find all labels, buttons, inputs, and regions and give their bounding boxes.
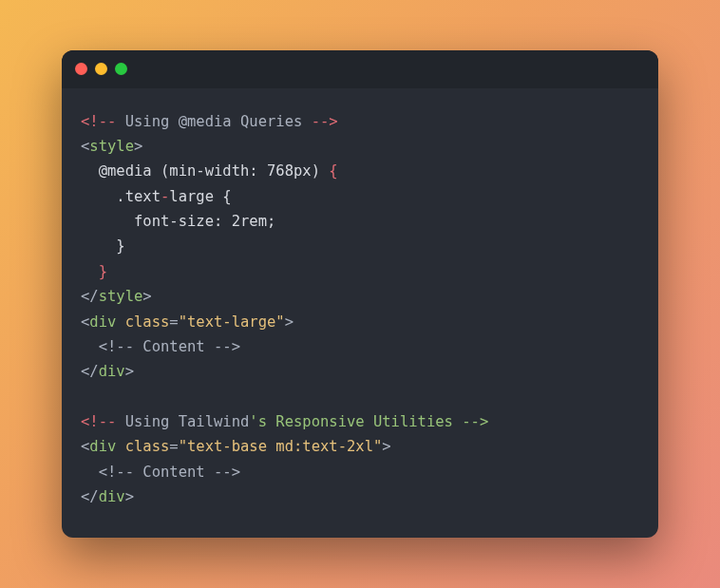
bracket: > [285, 313, 294, 331]
bracket: </ [81, 288, 99, 305]
titlebar [62, 50, 658, 88]
code-line: .text-large { [81, 188, 232, 205]
code-line: <!-- Content --> [81, 338, 240, 355]
code-line: <style> [81, 138, 142, 155]
space [116, 438, 124, 455]
comment-open: <!-- [81, 113, 116, 130]
code-window: <!-- Using @media Queries --> <style> @m… [62, 50, 658, 539]
tag: style [99, 288, 143, 305]
eq: = [169, 438, 178, 455]
attr-value: "text-large" [179, 313, 285, 331]
tag: div [89, 313, 116, 331]
comment-close: --> [312, 113, 338, 130]
css-text: large { [169, 188, 231, 205]
attr-value: "text-base md:text-2xl" [179, 438, 383, 455]
dash: - [161, 188, 169, 205]
comment-close: --> [214, 338, 240, 355]
close-icon[interactable] [75, 63, 87, 75]
bracket: > [142, 288, 151, 305]
minimize-icon[interactable] [95, 63, 107, 75]
tag: style [89, 138, 134, 155]
comment-text: Content [134, 338, 214, 355]
bracket: > [125, 363, 134, 380]
code-line: <div class="text-large"> [81, 313, 294, 331]
code-line: </div> [81, 488, 134, 505]
tag: div [99, 488, 125, 505]
bracket: < [81, 138, 89, 155]
brace: { [329, 162, 337, 180]
bracket: </ [81, 488, 99, 505]
comment-text: Content [134, 464, 214, 481]
bracket: > [382, 438, 390, 455]
comment-close: --> [214, 464, 240, 481]
attr: class [125, 313, 170, 331]
attr: class [125, 438, 170, 455]
bracket: </ [81, 363, 99, 380]
code-line: } [81, 237, 125, 255]
comment-text: 's Responsive Utilities --> [249, 413, 488, 430]
tag: div [99, 363, 125, 380]
css-text: @media (min-width: 768px) [81, 162, 329, 180]
code-line: <!-- Content --> [81, 464, 240, 481]
code-block: <!-- Using @media Queries --> <style> @m… [62, 88, 658, 539]
eq: = [169, 313, 178, 331]
space [116, 313, 124, 331]
code-line: </style> [81, 288, 152, 305]
code-line: <!-- Using @media Queries --> [81, 113, 338, 130]
code-line: <div class="text-base md:text-2xl"> [81, 438, 391, 455]
code-line: <!-- Using Tailwind's Responsive Utiliti… [81, 413, 488, 430]
css-text: .text [81, 188, 161, 205]
bracket: < [81, 438, 89, 455]
bracket: > [125, 488, 134, 505]
maximize-icon[interactable] [115, 63, 127, 75]
bracket: > [134, 138, 142, 155]
comment-text: Using @media Queries [116, 113, 311, 130]
tag: div [89, 438, 116, 455]
code-line: @media (min-width: 768px) { [81, 162, 338, 180]
bracket: < [81, 313, 89, 331]
comment-open: <!-- [81, 338, 134, 355]
code-line: font-size: 2rem; [81, 213, 275, 230]
code-line: } [81, 263, 107, 280]
comment-open: <!-- [81, 464, 134, 481]
comment-text: Using Tailwind [116, 413, 249, 430]
comment-open: <!-- [81, 413, 116, 430]
code-line: </div> [81, 363, 134, 380]
